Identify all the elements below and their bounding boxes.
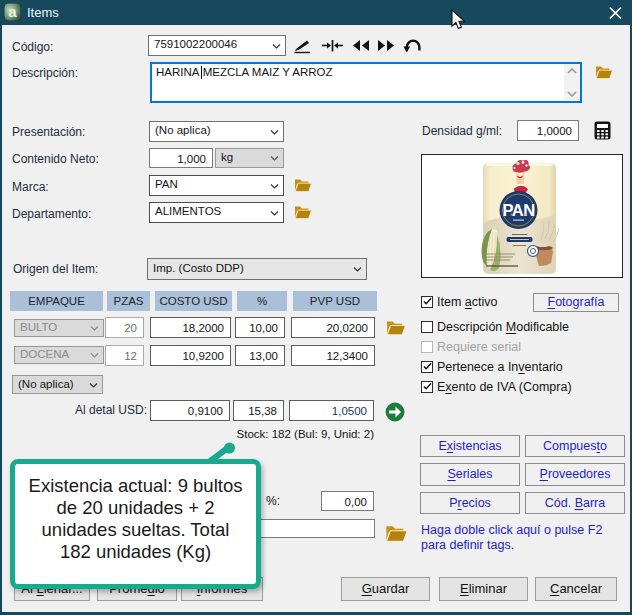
- svg-text:PAN: PAN: [502, 201, 534, 219]
- svg-text:a: a: [8, 3, 17, 20]
